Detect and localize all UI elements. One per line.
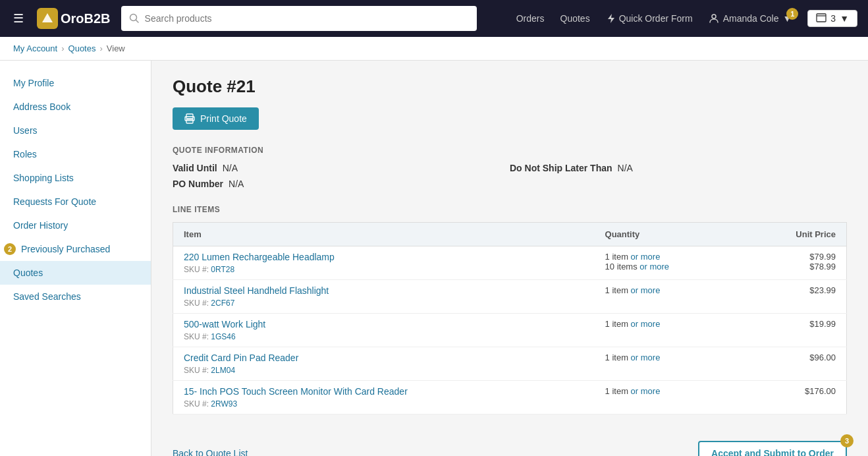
table-row: 500-watt Work LightSKU #: 1GS461 item or… xyxy=(173,314,847,347)
breadcrumb-sep-2: › xyxy=(99,43,102,53)
back-to-quote-list-button[interactable]: Back to Quote List xyxy=(173,448,248,456)
table-row: 15- Inch POS Touch Screen Monitor With C… xyxy=(173,381,847,414)
main-content: Quote #21 Print Quote QUOTE INFORMATION … xyxy=(151,61,868,456)
price-cell-2: $19.99 xyxy=(741,314,846,347)
user-badge: 1 xyxy=(786,8,798,20)
sidebar-item-previously-purchased[interactable]: 2 Previously Purchased xyxy=(0,237,151,261)
col-unit-price: Unit Price xyxy=(741,223,846,246)
item-sku-2: SKU #: 1GS46 xyxy=(184,332,236,341)
search-input[interactable] xyxy=(145,13,469,24)
previously-purchased-badge: 2 xyxy=(4,243,16,255)
search-bar[interactable] xyxy=(121,6,477,31)
svg-rect-7 xyxy=(186,119,193,123)
cart-dropdown-icon: ▼ xyxy=(840,13,849,24)
item-name-4[interactable]: 15- Inch POS Touch Screen Monitor With C… xyxy=(184,386,584,397)
table-row: Credit Card Pin Pad ReaderSKU #: 2LM041 … xyxy=(173,347,847,381)
quick-order-link[interactable]: Quick Order Form xyxy=(606,13,693,24)
cart-button[interactable]: 3 ▼ xyxy=(807,10,857,27)
col-quantity: Quantity xyxy=(595,223,742,246)
quote-info-grid: Valid Until N/A Do Not Ship Later Than N… xyxy=(173,163,847,189)
valid-until-label: Valid Until xyxy=(173,163,217,173)
lightning-icon xyxy=(606,13,616,24)
sidebar-item-requests-for-quote[interactable]: Requests For Quote xyxy=(0,190,151,214)
nav-links: Orders Quotes Quick Order Form Amanda Co… xyxy=(516,10,857,27)
svg-point-3 xyxy=(712,14,716,18)
qty-cell-4: 1 item or more xyxy=(595,381,742,414)
breadcrumb-quotes[interactable]: Quotes xyxy=(68,43,96,53)
qty-cell-3: 1 item or more xyxy=(595,347,742,381)
qty-cell-2: 1 item or more xyxy=(595,314,742,347)
price-cell-1: $23.99 xyxy=(741,280,846,314)
page-title: Quote #21 xyxy=(173,76,847,97)
logo-text: OroB2B xyxy=(61,11,111,26)
line-items-section: LINE ITEMS Item Quantity Unit Price 220 … xyxy=(173,205,847,414)
do-not-ship-label: Do Not Ship Later Than xyxy=(510,163,612,173)
po-number-label: PO Number xyxy=(173,179,223,189)
quote-info-section: QUOTE INFORMATION Valid Until N/A Do Not… xyxy=(173,146,847,189)
col-item: Item xyxy=(173,223,595,246)
item-name-1[interactable]: Industrial Steel Handheld Flashlight xyxy=(184,285,584,296)
price-cell-4: $176.00 xyxy=(741,381,846,414)
user-name: Amanda Cole xyxy=(723,13,779,24)
item-cell-1: Industrial Steel Handheld FlashlightSKU … xyxy=(173,280,595,314)
breadcrumb: My Account › Quotes › View xyxy=(0,37,868,61)
printer-icon xyxy=(184,113,195,124)
hamburger-menu[interactable]: ☰ xyxy=(11,9,26,28)
price-cell-3: $96.00 xyxy=(741,347,846,381)
topnav: ☰ OroB2B Orders Quotes Quick Order Form … xyxy=(0,0,868,37)
item-cell-3: Credit Card Pin Pad ReaderSKU #: 2LM04 xyxy=(173,347,595,381)
svg-line-2 xyxy=(136,20,138,23)
item-cell-4: 15- Inch POS Touch Screen Monitor With C… xyxy=(173,381,595,414)
cart-count: 3 xyxy=(830,13,836,24)
accept-and-submit-button[interactable]: Accept and Submit to Order 3 xyxy=(698,441,847,456)
user-icon xyxy=(709,13,719,24)
accept-badge: 3 xyxy=(840,434,854,447)
table-row: Industrial Steel Handheld FlashlightSKU … xyxy=(173,280,847,314)
breadcrumb-view: View xyxy=(107,43,125,53)
quote-info-label: QUOTE INFORMATION xyxy=(173,146,847,155)
item-name-3[interactable]: Credit Card Pin Pad Reader xyxy=(184,353,584,363)
po-number-field: PO Number N/A xyxy=(173,179,510,189)
svg-marker-0 xyxy=(42,13,53,22)
line-items-label: LINE ITEMS xyxy=(173,205,847,214)
user-menu[interactable]: Amanda Cole ▼ 1 xyxy=(709,13,792,24)
item-sku-1: SKU #: 2CF67 xyxy=(184,299,234,308)
nav-orders[interactable]: Orders xyxy=(516,13,545,24)
logo[interactable]: OroB2B xyxy=(37,8,111,29)
po-number-value: N/A xyxy=(229,179,244,189)
page-layout: My Profile Address Book Users Roles Shop… xyxy=(0,61,868,456)
sidebar-item-users[interactable]: Users xyxy=(0,119,151,142)
search-icon xyxy=(129,13,140,24)
item-name-2[interactable]: 500-watt Work Light xyxy=(184,319,584,329)
item-sku-4: SKU #: 2RW93 xyxy=(184,399,237,409)
qty-cell-1: 1 item or more xyxy=(595,280,742,314)
sidebar-item-address-book[interactable]: Address Book xyxy=(0,95,151,119)
table-row: 220 Lumen Rechargeable HeadlampSKU #: 0R… xyxy=(173,246,847,280)
sidebar-item-my-profile[interactable]: My Profile xyxy=(0,71,151,95)
sidebar-item-quotes[interactable]: Quotes xyxy=(0,261,151,285)
print-quote-button[interactable]: Print Quote xyxy=(173,107,259,130)
nav-quotes[interactable]: Quotes xyxy=(560,13,590,24)
price-cell-0: $79.99$78.99 xyxy=(741,246,846,280)
breadcrumb-my-account[interactable]: My Account xyxy=(13,43,57,53)
sidebar-item-roles[interactable]: Roles xyxy=(0,142,151,166)
item-sku-0: SKU #: 0RT28 xyxy=(184,265,234,274)
do-not-ship-value: N/A xyxy=(618,163,633,173)
sidebar-item-saved-searches[interactable]: Saved Searches xyxy=(0,285,151,308)
cart-icon xyxy=(816,13,827,24)
item-cell-2: 500-watt Work LightSKU #: 1GS46 xyxy=(173,314,595,347)
sidebar-item-order-history[interactable]: Order History xyxy=(0,214,151,237)
svg-point-9 xyxy=(192,118,194,119)
item-sku-3: SKU #: 2LM04 xyxy=(184,366,235,375)
item-name-0[interactable]: 220 Lumen Rechargeable Headlamp xyxy=(184,252,584,262)
valid-until-field: Valid Until N/A xyxy=(173,163,510,173)
breadcrumb-sep-1: › xyxy=(61,43,64,53)
sidebar-item-shopping-lists[interactable]: Shopping Lists xyxy=(0,166,151,190)
qty-cell-0: 1 item or more10 items or more xyxy=(595,246,742,280)
table-header-row: Item Quantity Unit Price xyxy=(173,223,847,246)
line-items-table: Item Quantity Unit Price 220 Lumen Recha… xyxy=(173,222,847,414)
do-not-ship-field: Do Not Ship Later Than N/A xyxy=(510,163,847,173)
sidebar: My Profile Address Book Users Roles Shop… xyxy=(0,61,151,456)
footer-actions: Back to Quote List Accept and Submit to … xyxy=(173,430,847,456)
item-cell-0: 220 Lumen Rechargeable HeadlampSKU #: 0R… xyxy=(173,246,595,280)
